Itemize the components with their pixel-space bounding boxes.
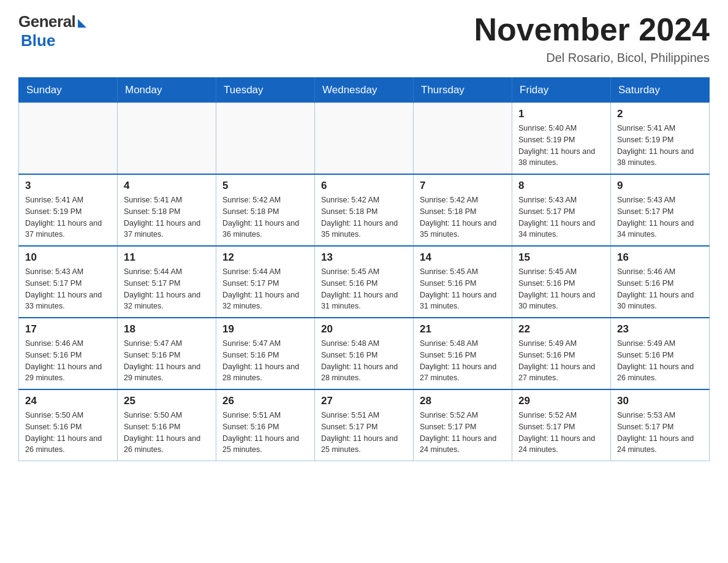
logo-blue-text: Blue [21,31,55,50]
day-info: Sunrise: 5:40 AM Sunset: 5:19 PM Dayligh… [518,123,604,169]
day-number: 22 [518,323,604,335]
day-info: Sunrise: 5:43 AM Sunset: 5:17 PM Dayligh… [617,194,703,240]
calendar-week-row: 1Sunrise: 5:40 AM Sunset: 5:19 PM Daylig… [19,103,710,175]
calendar-cell [315,103,414,175]
calendar-week-row: 10Sunrise: 5:43 AM Sunset: 5:17 PM Dayli… [19,246,710,318]
day-info: Sunrise: 5:41 AM Sunset: 5:19 PM Dayligh… [25,194,111,240]
day-info: Sunrise: 5:41 AM Sunset: 5:18 PM Dayligh… [124,194,210,240]
calendar-cell [216,103,315,175]
day-number: 15 [518,251,604,264]
day-number: 30 [617,395,703,407]
day-number: 4 [124,180,210,192]
day-info: Sunrise: 5:42 AM Sunset: 5:18 PM Dayligh… [222,194,308,240]
day-info: Sunrise: 5:41 AM Sunset: 5:19 PM Dayligh… [617,123,703,169]
day-info: Sunrise: 5:51 AM Sunset: 5:16 PM Dayligh… [222,410,308,456]
calendar-header-thursday: Thursday [414,78,512,103]
day-info: Sunrise: 5:50 AM Sunset: 5:16 PM Dayligh… [124,410,210,456]
calendar-cell: 3Sunrise: 5:41 AM Sunset: 5:19 PM Daylig… [19,174,118,246]
day-info: Sunrise: 5:51 AM Sunset: 5:17 PM Dayligh… [321,410,407,456]
day-number: 25 [124,395,210,407]
day-number: 1 [518,108,604,120]
day-info: Sunrise: 5:42 AM Sunset: 5:18 PM Dayligh… [420,194,506,240]
day-number: 7 [420,180,506,192]
day-info: Sunrise: 5:44 AM Sunset: 5:17 PM Dayligh… [222,266,308,312]
calendar-cell: 22Sunrise: 5:49 AM Sunset: 5:16 PM Dayli… [512,318,611,389]
day-number: 13 [321,251,407,264]
calendar-cell: 18Sunrise: 5:47 AM Sunset: 5:16 PM Dayli… [118,318,216,389]
day-info: Sunrise: 5:43 AM Sunset: 5:17 PM Dayligh… [518,194,604,240]
calendar-cell: 6Sunrise: 5:42 AM Sunset: 5:18 PM Daylig… [315,174,414,246]
calendar-header-wednesday: Wednesday [315,78,414,103]
day-number: 3 [25,180,111,192]
calendar-cell [414,103,512,175]
calendar-cell: 29Sunrise: 5:52 AM Sunset: 5:17 PM Dayli… [512,389,611,461]
day-number: 29 [518,395,604,407]
day-number: 17 [25,323,111,335]
day-number: 16 [617,251,703,264]
calendar-cell: 21Sunrise: 5:48 AM Sunset: 5:16 PM Dayli… [414,318,512,389]
day-number: 9 [617,180,703,192]
calendar-cell: 25Sunrise: 5:50 AM Sunset: 5:16 PM Dayli… [118,389,216,461]
calendar-cell: 13Sunrise: 5:45 AM Sunset: 5:16 PM Dayli… [315,246,414,318]
day-info: Sunrise: 5:46 AM Sunset: 5:16 PM Dayligh… [617,266,703,312]
day-number: 6 [321,180,407,192]
day-number: 12 [222,251,308,264]
location-text: Del Rosario, Bicol, Philippines [474,51,710,65]
logo-triangle-icon [78,19,86,28]
calendar-cell: 4Sunrise: 5:41 AM Sunset: 5:18 PM Daylig… [118,174,216,246]
calendar-cell: 10Sunrise: 5:43 AM Sunset: 5:17 PM Dayli… [19,246,118,318]
day-number: 23 [617,323,703,335]
day-info: Sunrise: 5:48 AM Sunset: 5:16 PM Dayligh… [420,338,506,384]
day-info: Sunrise: 5:44 AM Sunset: 5:17 PM Dayligh… [124,266,210,312]
calendar-header-row: SundayMondayTuesdayWednesdayThursdayFrid… [19,78,710,103]
calendar-cell: 12Sunrise: 5:44 AM Sunset: 5:17 PM Dayli… [216,246,315,318]
calendar-cell: 2Sunrise: 5:41 AM Sunset: 5:19 PM Daylig… [611,103,710,175]
day-info: Sunrise: 5:47 AM Sunset: 5:16 PM Dayligh… [222,338,308,384]
day-info: Sunrise: 5:52 AM Sunset: 5:17 PM Dayligh… [420,410,506,456]
calendar-week-row: 17Sunrise: 5:46 AM Sunset: 5:16 PM Dayli… [19,318,710,389]
calendar-cell: 28Sunrise: 5:52 AM Sunset: 5:17 PM Dayli… [414,389,512,461]
calendar-cell: 8Sunrise: 5:43 AM Sunset: 5:17 PM Daylig… [512,174,611,246]
calendar-cell: 14Sunrise: 5:45 AM Sunset: 5:16 PM Dayli… [414,246,512,318]
day-info: Sunrise: 5:42 AM Sunset: 5:18 PM Dayligh… [321,194,407,240]
calendar-cell: 24Sunrise: 5:50 AM Sunset: 5:16 PM Dayli… [19,389,118,461]
calendar-header-friday: Friday [512,78,611,103]
logo-general-text: General [18,12,75,31]
day-number: 11 [124,251,210,264]
calendar-cell: 30Sunrise: 5:53 AM Sunset: 5:17 PM Dayli… [611,389,710,461]
calendar-header-monday: Monday [118,78,216,103]
page-header: General Blue November 2024 Del Rosario, … [18,12,710,65]
calendar-header-saturday: Saturday [611,78,710,103]
day-info: Sunrise: 5:50 AM Sunset: 5:16 PM Dayligh… [25,410,111,456]
calendar-cell: 17Sunrise: 5:46 AM Sunset: 5:16 PM Dayli… [19,318,118,389]
calendar-cell: 1Sunrise: 5:40 AM Sunset: 5:19 PM Daylig… [512,103,611,175]
calendar-header-sunday: Sunday [19,78,118,103]
day-number: 14 [420,251,506,264]
calendar-cell: 27Sunrise: 5:51 AM Sunset: 5:17 PM Dayli… [315,389,414,461]
calendar-cell: 5Sunrise: 5:42 AM Sunset: 5:18 PM Daylig… [216,174,315,246]
calendar-cell: 16Sunrise: 5:46 AM Sunset: 5:16 PM Dayli… [611,246,710,318]
day-info: Sunrise: 5:48 AM Sunset: 5:16 PM Dayligh… [321,338,407,384]
calendar-cell: 7Sunrise: 5:42 AM Sunset: 5:18 PM Daylig… [414,174,512,246]
day-number: 20 [321,323,407,335]
day-number: 26 [222,395,308,407]
calendar-cell: 19Sunrise: 5:47 AM Sunset: 5:16 PM Dayli… [216,318,315,389]
day-number: 5 [222,180,308,192]
logo: General Blue [18,12,86,50]
day-info: Sunrise: 5:46 AM Sunset: 5:16 PM Dayligh… [25,338,111,384]
day-number: 21 [420,323,506,335]
month-title: November 2024 [474,12,710,47]
calendar-table: SundayMondayTuesdayWednesdayThursdayFrid… [18,77,710,461]
day-number: 10 [25,251,111,264]
day-number: 18 [124,323,210,335]
calendar-week-row: 3Sunrise: 5:41 AM Sunset: 5:19 PM Daylig… [19,174,710,246]
title-area: November 2024 Del Rosario, Bicol, Philip… [474,12,710,65]
day-info: Sunrise: 5:49 AM Sunset: 5:16 PM Dayligh… [617,338,703,384]
day-number: 8 [518,180,604,192]
day-info: Sunrise: 5:45 AM Sunset: 5:16 PM Dayligh… [518,266,604,312]
day-number: 27 [321,395,407,407]
day-number: 19 [222,323,308,335]
day-number: 24 [25,395,111,407]
calendar-cell: 11Sunrise: 5:44 AM Sunset: 5:17 PM Dayli… [118,246,216,318]
calendar-cell: 9Sunrise: 5:43 AM Sunset: 5:17 PM Daylig… [611,174,710,246]
